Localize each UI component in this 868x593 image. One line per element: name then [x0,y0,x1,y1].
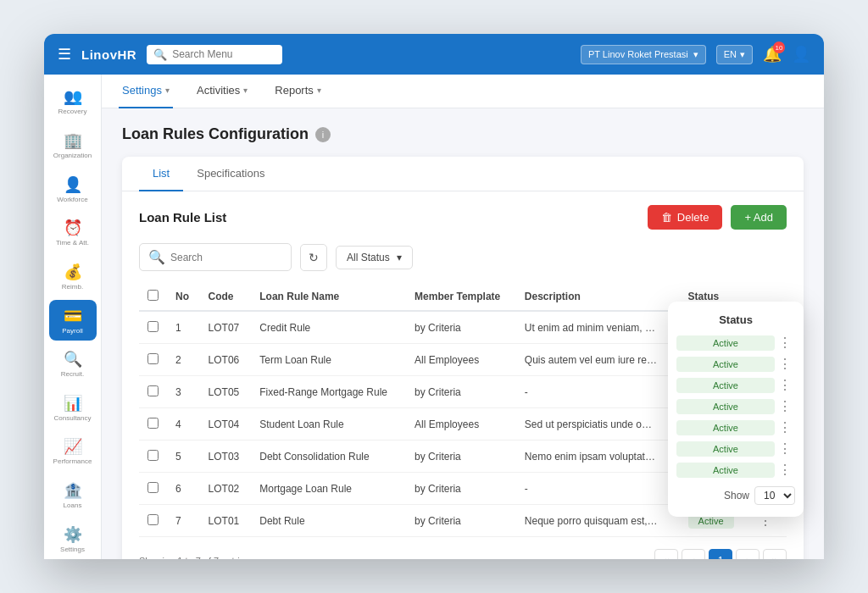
sidebar-item-settings[interactable]: ⚙️ Settings [49,518,97,559]
status-panel-row: Active ⋮ [676,356,795,372]
toolbar-actions: 🗑 Delete + Add [648,205,787,230]
row-template: by Criteria [406,311,516,344]
row-name: Mortgage Loan Rule [251,473,406,505]
reimbursement-icon: 💰 [64,263,82,281]
refresh-button[interactable]: ↻ [300,244,327,271]
row-checkbox[interactable] [147,353,159,364]
status-panel-row: Active ⋮ [676,398,795,414]
sidebar-item-time[interactable]: ⏰ Time & Att. [49,213,97,253]
sidebar-label-settings: Settings [60,546,85,553]
select-all-checkbox[interactable] [147,290,159,301]
subnav-settings-chevron: ▾ [165,86,170,95]
row-no: 3 [167,376,200,408]
tab-specifications[interactable]: Specifications [183,157,278,191]
show-label: Show [724,490,749,502]
info-icon[interactable]: i [315,127,331,142]
row-checkbox[interactable] [147,482,159,493]
status-row-menu-icon[interactable]: ⋮ [775,441,795,457]
sidebar-item-consultancy[interactable]: 📊 Consultancy [49,387,97,428]
add-button[interactable]: + Add [731,205,787,230]
show-select[interactable]: 10 25 50 [754,486,795,505]
row-template: by Criteria [406,473,516,505]
page-first-button[interactable]: « [654,549,678,559]
sidebar-item-payroll[interactable]: 💳 Payroll [49,300,97,341]
row-checkbox[interactable] [147,385,159,396]
search-icon: 🔍 [153,48,167,61]
sidebar-item-organization[interactable]: 🏢 Organization [49,125,97,166]
row-no: 2 [167,344,200,376]
subnav-activities-chevron: ▾ [243,86,248,95]
status-panel-badge: Active [676,378,775,393]
col-checkbox [139,283,167,311]
hamburger-icon[interactable]: ☰ [58,45,71,64]
subnav-settings[interactable]: Settings ▾ [119,75,173,108]
status-panel-footer: Show 10 25 50 [676,486,795,505]
sidebar-item-workforce[interactable]: 👤 Workforce [49,169,97,209]
subnav-reports[interactable]: Reports ▾ [271,75,325,108]
performance-icon: 📈 [64,437,82,456]
status-panel-row: Active ⋮ [676,377,795,393]
user-avatar[interactable]: 👤 [792,45,810,64]
loans-icon: 🏦 [64,481,82,500]
pagination: Showing 1 to 7 of 7 entries « ‹ 1 › » [139,549,787,559]
status-row-menu-icon[interactable]: ⋮ [775,356,795,372]
table-search-input[interactable] [170,252,281,263]
col-member-template: Member Template [406,283,516,311]
status-row-menu-icon[interactable]: ⋮ [775,462,795,478]
col-no: No [167,283,200,311]
language-selector[interactable]: EN ▾ [716,45,753,64]
status-row-menu-icon[interactable]: ⋮ [775,335,795,351]
row-no: 1 [167,311,200,344]
status-panel-badge: Active [676,441,775,457]
status-row-menu-icon[interactable]: ⋮ [775,398,795,414]
row-checkbox[interactable] [147,514,159,525]
row-checkbox[interactable] [147,321,159,332]
row-description: Nemo enim ipsam voluptatem qu. [516,441,680,473]
row-description: Neque porro quisquam est, qui d. [516,505,680,537]
sidebar-item-performance[interactable]: 📈 Performance [49,431,97,472]
add-label: + Add [744,211,773,224]
subnav-activities-label: Activities [197,84,240,97]
company-selector[interactable]: PT Linov Roket Prestasi ▾ [581,45,706,64]
sidebar-item-recovery[interactable]: 👥 Recovery [49,81,97,122]
row-no: 5 [167,441,200,473]
sidebar-item-recruitment[interactable]: 🔍 Recruit. [49,344,97,385]
status-filter[interactable]: All Status ▾ [336,246,413,269]
row-no: 7 [167,505,200,537]
language-label: EN [724,49,737,59]
search-bar[interactable]: 🔍 [147,45,282,64]
status-row-menu-icon[interactable]: ⋮ [775,377,795,393]
table-search-wrap[interactable]: 🔍 [139,243,292,271]
page-prev-button[interactable]: ‹ [682,549,705,559]
page-1-button[interactable]: 1 [709,549,732,559]
subnav-reports-chevron: ▾ [317,86,321,95]
sidebar-label-loans: Loans [64,502,82,509]
search-input[interactable] [172,48,274,60]
sidebar-item-loans[interactable]: 🏦 Loans [49,475,97,516]
row-code: LOT01 [200,505,252,537]
row-checkbox[interactable] [147,450,159,461]
status-panel-row: Active ⋮ [676,462,795,478]
row-template: by Criteria [406,505,516,537]
row-checkbox[interactable] [147,418,159,429]
sidebar: 👥 Recovery 🏢 Organization 👤 Workforce ⏰ … [44,75,102,559]
consultancy-icon: 📊 [64,394,82,413]
page-last-button[interactable]: » [763,549,787,559]
table-title: Loan Rule List [139,210,226,224]
row-name: Student Loan Rule [251,408,406,441]
sidebar-item-reimbursement[interactable]: 💰 Reimb. [49,257,97,297]
table-toolbar: Loan Rule List 🗑 Delete + Add [139,205,787,230]
subnav-activities[interactable]: Activities ▾ [193,75,251,108]
status-panel-row: Active ⋮ [676,335,795,351]
delete-button[interactable]: 🗑 Delete [648,205,723,230]
tab-list[interactable]: List [139,157,183,191]
row-name: Fixed-Range Mortgage Rule [251,376,406,408]
notification-button[interactable]: 🔔 10 [763,45,782,64]
page-next-button[interactable]: › [736,549,760,559]
status-panel-badge: Active [676,420,775,435]
page-title: Loan Rules Configuration [122,125,309,143]
pagination-controls: « ‹ 1 › » [654,549,787,559]
status-row-menu-icon[interactable]: ⋮ [775,419,795,435]
refresh-icon: ↻ [309,251,319,264]
row-description: - [516,376,680,408]
